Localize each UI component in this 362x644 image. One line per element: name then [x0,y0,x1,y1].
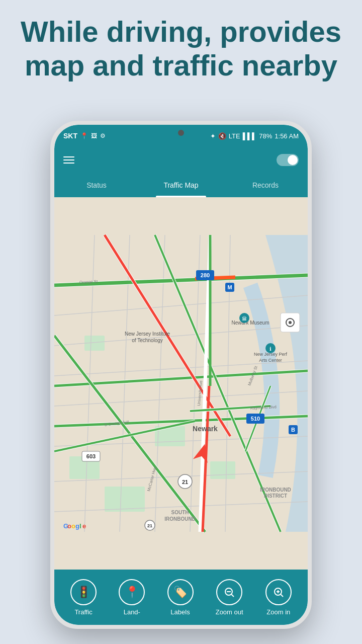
hamburger-line-2 [63,159,74,160]
map-area[interactable]: 280 510 603 21 M B New J [54,197,308,570]
settings-icon: ⚙ [100,132,106,139]
landmark-icon-circle: 📍 [119,579,145,605]
svg-text:e: e [82,522,86,530]
hamburger-menu[interactable] [63,156,74,164]
labels-label: Labels [170,608,190,616]
svg-text:603: 603 [86,453,96,459]
gps-icon: 📍 [80,132,88,139]
svg-point-75 [289,321,292,324]
zoom-in-icon-circle [265,579,292,605]
svg-text:Arts Center: Arts Center [259,358,282,363]
landmark-icon: 📍 [125,586,139,599]
headline: While driving, providesmap and traffic n… [20,15,342,82]
svg-text:Newark: Newark [193,425,218,433]
app-bar [54,147,308,173]
labels-icon: 🏷️ [173,586,187,599]
svg-line-86 [232,594,234,597]
svg-text:o: o [71,522,75,530]
svg-text:280: 280 [201,272,210,278]
phone-screen: SKT 📍 🖼 ⚙ ✦ 🔇 LTE ▌▌▌ 78% 1:56 AM [54,125,308,625]
traffic-map-svg: 280 510 603 21 M B New J [54,197,308,570]
bottom-nav: 🚦 Traffic 📍 Land- 🏷️ Labels [54,570,308,625]
tab-traffic-map[interactable]: Traffic Map [139,173,223,197]
carrier-label: SKT [63,132,77,140]
bluetooth-icon: ✦ [210,132,216,140]
toggle-switch[interactable] [277,154,299,166]
phone-frame: SKT 📍 🖼 ⚙ ✦ 🔇 LTE ▌▌▌ 78% 1:56 AM [50,121,312,629]
status-bar: SKT 📍 🖼 ⚙ ✦ 🔇 LTE ▌▌▌ 78% 1:56 AM [54,125,308,147]
svg-text:510: 510 [251,416,260,422]
time-label: 1:56 AM [275,132,299,140]
image-icon: 🖼 [91,132,97,139]
status-bar-right: ✦ 🔇 LTE ▌▌▌ 78% 1:56 AM [210,132,299,140]
battery-label: 78% [259,132,272,140]
nav-traffic[interactable]: 🚦 Traffic [70,579,97,616]
page-background: While driving, providesmap and traffic n… [0,0,362,644]
zoom-out-icon-circle [216,579,242,605]
svg-text:M: M [227,284,232,290]
nav-zoom-in[interactable]: Zoom in [265,579,292,616]
zoom-out-icon [223,586,235,598]
svg-text:IRONBOUND: IRONBOUND [164,516,196,522]
svg-text:l: l [79,522,81,530]
landmark-label: Land- [124,608,140,616]
tabs-bar: Status Traffic Map Records [54,173,308,197]
tab-status[interactable]: Status [54,173,139,197]
svg-rect-3 [210,461,235,479]
svg-text:B: B [291,427,295,433]
tab-records[interactable]: Records [223,173,308,197]
labels-icon-circle: 🏷️ [167,579,194,605]
camera-notch [178,130,184,136]
sound-icon: 🔇 [218,132,226,140]
svg-text:SOUTH: SOUTH [171,510,189,515]
nav-zoom-out[interactable]: Zoom out [216,579,243,616]
svg-text:Newark Museum: Newark Museum [231,320,269,326]
status-bar-left: SKT 📍 🖼 ⚙ [63,132,106,140]
traffic-icon-circle: 🚦 [70,579,97,605]
svg-text:New Jersey Institute: New Jersey Institute [125,331,170,337]
svg-line-90 [281,594,283,597]
traffic-icon: 🚦 [77,586,90,599]
zoom-in-label: Zoom in [266,608,290,616]
zoom-in-icon [273,586,285,598]
hamburger-line-1 [63,156,74,157]
signal-icon: ▌▌▌ [243,132,257,140]
nav-labels[interactable]: 🏷️ Labels [167,579,194,616]
zoom-out-label: Zoom out [216,608,243,616]
nav-landmark[interactable]: 📍 Land- [119,579,145,616]
svg-text:21: 21 [147,523,152,528]
svg-text:of Technology: of Technology [132,338,163,343]
svg-text:o: o [67,522,71,530]
svg-text:ℹ: ℹ [269,346,272,352]
svg-text:🏛: 🏛 [242,316,247,321]
svg-text:DISTRICT: DISTRICT [264,493,287,499]
traffic-label: Traffic [74,608,92,616]
hamburger-line-3 [63,163,74,164]
lte-label: LTE [229,132,240,140]
header-section: While driving, providesmap and traffic n… [0,15,362,82]
svg-text:21: 21 [182,479,188,485]
svg-rect-4 [105,487,145,512]
svg-text:g: g [75,522,79,530]
svg-text:IRONBOUND: IRONBOUND [260,487,291,493]
